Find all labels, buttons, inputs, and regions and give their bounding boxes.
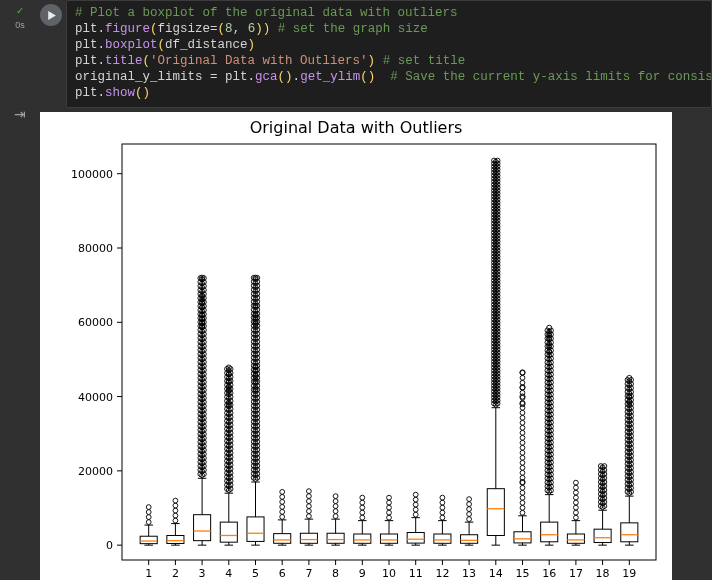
svg-rect-897 xyxy=(541,522,558,542)
svg-rect-515 xyxy=(274,534,291,544)
svg-point-577 xyxy=(413,497,418,502)
svg-point-589 xyxy=(440,495,445,500)
code-cell: ✓ 0s # Plot a boxplot of the original da… xyxy=(0,0,712,108)
run-column xyxy=(40,0,66,108)
svg-point-877 xyxy=(520,420,525,425)
svg-point-867 xyxy=(520,470,525,475)
svg-rect-76 xyxy=(194,515,211,541)
svg-text:0: 0 xyxy=(106,539,113,552)
svg-rect-594 xyxy=(461,535,478,544)
svg-point-533 xyxy=(307,494,312,499)
run-button[interactable] xyxy=(40,4,62,26)
svg-rect-605 xyxy=(487,489,504,536)
svg-point-520 xyxy=(280,499,285,504)
svg-rect-857 xyxy=(514,532,531,543)
svg-point-574 xyxy=(413,512,418,517)
svg-point-552 xyxy=(360,515,365,520)
svg-point-567 xyxy=(387,495,392,500)
svg-point-875 xyxy=(520,430,525,435)
svg-point-518 xyxy=(280,509,285,514)
svg-rect-65 xyxy=(167,535,184,543)
svg-text:4: 4 xyxy=(225,567,232,580)
svg-point-575 xyxy=(413,507,418,512)
svg-point-529 xyxy=(307,514,312,519)
svg-point-871 xyxy=(520,450,525,455)
svg-point-59 xyxy=(146,510,151,515)
svg-point-564 xyxy=(387,510,392,515)
cell-gutter: ✓ 0s xyxy=(0,0,40,108)
cell-output: Original Data with Outliers 020000400006… xyxy=(40,112,672,580)
svg-rect-550 xyxy=(354,534,371,543)
svg-point-861 xyxy=(520,500,525,505)
svg-text:1: 1 xyxy=(145,567,152,580)
svg-point-596 xyxy=(467,517,472,522)
svg-text:2: 2 xyxy=(172,567,179,580)
svg-point-859 xyxy=(520,510,525,515)
svg-point-532 xyxy=(307,499,312,504)
svg-point-70 xyxy=(173,503,178,508)
svg-text:17: 17 xyxy=(569,567,583,580)
svg-point-873 xyxy=(520,440,525,445)
svg-text:8: 8 xyxy=(332,567,339,580)
svg-point-576 xyxy=(413,502,418,507)
svg-text:40000: 40000 xyxy=(78,391,113,404)
svg-point-1036 xyxy=(574,500,579,505)
svg-point-541 xyxy=(333,514,338,519)
svg-point-876 xyxy=(520,425,525,430)
svg-rect-583 xyxy=(434,534,451,543)
svg-text:6: 6 xyxy=(279,567,286,580)
svg-rect-240 xyxy=(220,522,237,542)
svg-rect-1084 xyxy=(621,523,638,542)
check-icon: ✓ xyxy=(16,6,24,16)
svg-point-57 xyxy=(146,520,151,525)
svg-point-542 xyxy=(333,509,338,514)
svg-point-886 xyxy=(520,375,525,380)
svg-point-58 xyxy=(146,515,151,520)
notebook: ✓ 0s # Plot a boxplot of the original da… xyxy=(0,0,712,580)
svg-point-1034 xyxy=(574,510,579,515)
svg-point-531 xyxy=(307,504,312,509)
svg-point-553 xyxy=(360,510,365,515)
svg-point-1038 xyxy=(574,490,579,495)
svg-point-870 xyxy=(520,455,525,460)
svg-point-864 xyxy=(520,485,525,490)
svg-text:20000: 20000 xyxy=(78,465,113,478)
svg-text:11: 11 xyxy=(409,567,423,580)
svg-rect-572 xyxy=(407,533,424,544)
svg-point-868 xyxy=(520,465,525,470)
svg-point-872 xyxy=(520,445,525,450)
svg-point-543 xyxy=(333,504,338,509)
svg-text:5: 5 xyxy=(252,567,259,580)
svg-rect-55 xyxy=(140,536,157,543)
move-cell-icon[interactable]: ⇥ xyxy=(14,106,26,122)
svg-point-534 xyxy=(307,489,312,494)
svg-text:3: 3 xyxy=(199,567,206,580)
svg-rect-527 xyxy=(300,533,317,543)
svg-point-588 xyxy=(440,500,445,505)
svg-point-597 xyxy=(467,512,472,517)
svg-point-68 xyxy=(173,513,178,518)
svg-point-566 xyxy=(387,500,392,505)
svg-point-1039 xyxy=(574,485,579,490)
svg-point-585 xyxy=(440,515,445,520)
svg-point-544 xyxy=(333,499,338,504)
svg-point-869 xyxy=(520,460,525,465)
svg-text:15: 15 xyxy=(516,567,530,580)
svg-text:18: 18 xyxy=(596,567,610,580)
svg-point-599 xyxy=(467,502,472,507)
svg-text:80000: 80000 xyxy=(78,242,113,255)
svg-point-530 xyxy=(307,509,312,514)
svg-text:60000: 60000 xyxy=(78,316,113,329)
svg-text:13: 13 xyxy=(462,567,476,580)
svg-point-565 xyxy=(387,505,392,510)
svg-rect-1045 xyxy=(594,529,611,542)
svg-text:10: 10 xyxy=(382,567,396,580)
svg-point-545 xyxy=(333,494,338,499)
svg-point-517 xyxy=(280,514,285,519)
svg-rect-345 xyxy=(247,517,264,542)
svg-text:19: 19 xyxy=(622,567,636,580)
svg-point-600 xyxy=(467,497,472,502)
code-editor[interactable]: # Plot a boxplot of the original data wi… xyxy=(66,0,712,108)
svg-point-556 xyxy=(360,495,365,500)
svg-point-862 xyxy=(520,495,525,500)
